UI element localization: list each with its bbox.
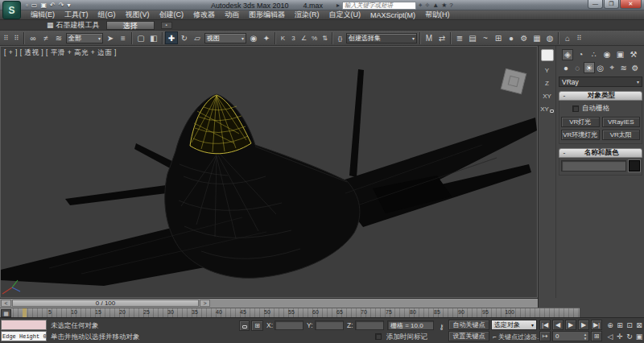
unlink-selection-icon[interactable]: ≠ (39, 31, 52, 44)
axis-z-constraint-button[interactable]: Z (545, 80, 549, 87)
search-input[interactable] (342, 2, 416, 10)
window-crossing-icon[interactable]: ◧ (147, 31, 160, 44)
z-coordinate-field[interactable] (355, 320, 384, 330)
autogrid-checkbox[interactable] (572, 105, 579, 112)
maxscript-mini-listener[interactable]: Edge Height 0.1 (1, 331, 47, 341)
edit-named-sets-icon[interactable]: {} (335, 31, 345, 44)
rendered-frame-icon[interactable]: ▦ (530, 31, 543, 44)
ribbon-collapse-button[interactable]: ▪ (161, 22, 172, 29)
rectangular-region-icon[interactable]: ▢ (134, 31, 147, 44)
use-pivot-center-icon[interactable]: ◉ (247, 31, 260, 44)
current-frame-spinner[interactable]: 0 ▴▾ (552, 331, 589, 341)
subscription-icon[interactable]: ✧ (425, 2, 431, 9)
track-bar[interactable]: ▦ 5 10 15 20 25 30 35 40 45 50 55 60 65 … (0, 308, 580, 317)
go-to-start-button[interactable]: |◀ (539, 320, 551, 330)
spinner-snap-icon[interactable]: ⇅ (320, 31, 330, 44)
zoom-extents-all-icon[interactable]: ⊠ (634, 320, 644, 330)
tab-lights[interactable]: ☀ (584, 62, 595, 73)
mini-curve-editor-button[interactable]: ▦ (1, 309, 11, 317)
menu-group[interactable]: 组(G) (93, 10, 121, 20)
favorites-star-icon[interactable]: ★ (441, 2, 447, 9)
selection-tab-button[interactable]: 选择 (106, 21, 155, 30)
x-input[interactable] (275, 322, 303, 330)
menu-rendering[interactable]: 渲染(R) (290, 10, 324, 20)
tab-systems[interactable]: ⚙ (630, 62, 641, 73)
tab-cameras[interactable]: ◎ (595, 62, 606, 73)
menu-maxscript[interactable]: MAXScript(M) (365, 11, 420, 19)
menu-views[interactable]: 视图(V) (121, 10, 155, 20)
named-selection-sets-dropdown[interactable]: 创建选择集▾ (346, 33, 417, 43)
3dsmax-logo[interactable]: S (2, 1, 21, 19)
time-tag-button[interactable] (375, 333, 382, 340)
reference-coordinate-dropdown[interactable]: 视图▾ (204, 33, 246, 43)
key-mode-toggle-button[interactable]: ↦ (539, 331, 551, 341)
pan-icon[interactable]: ✛ (615, 331, 625, 341)
open-file-icon[interactable]: ▭ (31, 2, 38, 9)
next-frame-button[interactable]: > (200, 300, 210, 307)
select-and-scale-icon[interactable]: ▱ (191, 31, 204, 44)
select-by-name-icon[interactable]: ≡ (117, 31, 130, 44)
tab-geometry[interactable]: ● (560, 62, 572, 73)
menu-help[interactable]: 帮助(H) (420, 10, 455, 20)
vrayambient-button[interactable]: VR环境灯光 (561, 130, 600, 140)
snap-toggle-icon[interactable]: 3 (288, 31, 299, 44)
object-color-swatch[interactable] (629, 160, 640, 172)
help-icon[interactable]: ? (449, 2, 452, 9)
zoom-extents-icon[interactable]: ⊡ (625, 320, 634, 330)
zoom-icon[interactable]: ⊕ (605, 320, 615, 330)
absolute-mode-icon[interactable]: ⊞ (251, 320, 263, 331)
tab-helpers[interactable]: ⌖ (606, 62, 617, 73)
selection-filter-dropdown[interactable]: 全部▾ (66, 33, 103, 43)
render-setup-icon[interactable]: ⚙ (518, 31, 530, 44)
keyboard-override-icon[interactable]: K (278, 31, 288, 44)
maxscript-macro-recorder[interactable] (1, 320, 47, 330)
select-object-icon[interactable]: ➤ (104, 31, 117, 44)
infocenter-expand-icon[interactable]: ▸ (336, 2, 340, 9)
menu-graph-editors[interactable]: 图形编辑器 (244, 10, 290, 20)
name-color-rollout-header[interactable]: - 名称和颜色 (559, 148, 642, 158)
light-category-dropdown[interactable]: VRay ▾ (559, 76, 642, 87)
spinner-down-icon[interactable]: ▾ (584, 337, 587, 341)
time-tag-label[interactable]: 添加时间标记 (386, 333, 427, 342)
selection-lock-icon[interactable] (239, 320, 250, 331)
tab-utilities[interactable]: ⚒ (628, 49, 639, 60)
maximize-viewport-icon[interactable]: ▣ (634, 331, 644, 341)
axis-y-constraint-button[interactable]: Y (545, 67, 549, 74)
time-slider-handle[interactable]: 0 / 100 (12, 300, 199, 307)
redo-icon[interactable]: ↷ (59, 2, 64, 9)
tab-hierarchy[interactable]: ∴ (588, 49, 600, 60)
maximize-button[interactable]: ❐ (604, 0, 619, 9)
mirror-icon[interactable]: M (423, 31, 436, 44)
lighting-analysis-icon[interactable]: ⌂ (561, 31, 574, 44)
vrayies-button[interactable]: VRayIES (602, 117, 641, 127)
qat-more-icon[interactable]: ▾ (67, 2, 70, 9)
z-input[interactable] (356, 322, 383, 330)
search-icon[interactable]: ⌖ (419, 2, 423, 10)
select-and-rotate-icon[interactable]: ↻ (178, 31, 191, 44)
curve-editor-icon[interactable]: ~ (479, 31, 492, 44)
save-file-icon[interactable]: ▣ (40, 2, 47, 9)
zoom-all-icon[interactable]: ⊞ (615, 320, 625, 330)
menu-tools[interactable]: 工具(T) (60, 10, 93, 20)
tab-spacewarps[interactable]: ≋ (618, 62, 630, 73)
previous-frame-button[interactable]: < (1, 300, 11, 307)
graphite-tools-button[interactable]: ▦ 石墨建模工具 (47, 20, 100, 31)
aircraft-model[interactable] (1, 69, 537, 286)
go-to-end-button[interactable]: ▶| (591, 320, 602, 330)
y-input[interactable] (316, 322, 343, 330)
time-configuration-button[interactable]: ⊞ (591, 331, 602, 341)
material-editor-icon[interactable]: ● (505, 31, 518, 44)
axis-xy-constraint-button[interactable]: XY (543, 93, 551, 100)
vraylight-button[interactable]: VR灯光 (561, 117, 600, 127)
layer-manager-icon[interactable]: ≣ (453, 31, 466, 44)
vraysun-button[interactable]: VR太阳 (602, 130, 641, 140)
menu-create[interactable]: 创建(C) (155, 10, 189, 20)
object-type-rollout-header[interactable]: - 对象类型 (559, 91, 642, 101)
key-filters-button[interactable]: ⌐ 关键点过滤器... (493, 333, 543, 341)
tab-display[interactable]: ▣ (615, 49, 626, 60)
axis-xy-lock-button[interactable]: XY (540, 105, 554, 113)
x-coordinate-field[interactable] (275, 320, 303, 330)
angle-snap-icon[interactable]: ∠ (299, 31, 309, 44)
toolbar-grip-icon-2[interactable]: ⠿ (11, 31, 22, 44)
next-key-button[interactable]: ▶ (578, 320, 589, 330)
